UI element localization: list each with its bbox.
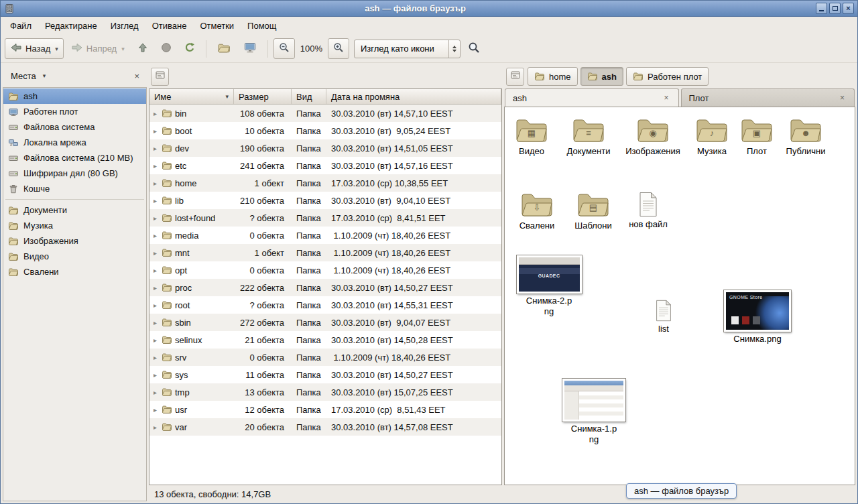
home-button[interactable] bbox=[212, 38, 236, 59]
icon-view-item[interactable]: Снимка-1.png bbox=[559, 379, 629, 444]
icon-view-item[interactable]: нов файл bbox=[620, 192, 676, 230]
view-mode-spinner[interactable] bbox=[448, 40, 460, 58]
expander-icon[interactable]: ▸ bbox=[151, 406, 159, 414]
column-header-date[interactable]: Дата на промяна bbox=[326, 89, 501, 104]
back-dropdown-icon[interactable]: ▾ bbox=[55, 46, 58, 52]
column-header-name[interactable]: Име ▾ bbox=[149, 89, 234, 104]
view-mode-select[interactable]: Изглед като икони bbox=[354, 40, 461, 58]
sidebar-close-button[interactable]: × bbox=[131, 70, 143, 82]
icon-view[interactable]: ▦ Видео ≡ Документи ◉ Изображения ♪ Музи… bbox=[504, 107, 855, 485]
file-row[interactable]: ▸ tmp 13 обекта Папка 30.03.2010 (вт) 15… bbox=[149, 383, 501, 401]
path-button[interactable]: Работен плот bbox=[626, 67, 709, 86]
zoom-in-button[interactable] bbox=[328, 38, 349, 59]
expander-icon[interactable]: ▸ bbox=[151, 145, 159, 152]
icon-view-item[interactable]: ◉ Изображения bbox=[625, 117, 681, 157]
file-row[interactable]: ▸ lost+found ? обекта Папка 17.03.2010 (… bbox=[149, 209, 501, 227]
expander-icon[interactable]: ▸ bbox=[151, 424, 159, 431]
menu-item[interactable]: Помощ bbox=[241, 18, 282, 34]
icon-view-item[interactable]: ⇩ Свалени bbox=[509, 192, 565, 231]
file-row[interactable]: ▸ selinux 21 обекта Папка 30.03.2010 (вт… bbox=[149, 331, 501, 349]
file-row[interactable]: ▸ home 1 обект Папка 17.03.2010 (ср) 10,… bbox=[149, 174, 501, 192]
expander-icon[interactable]: ▸ bbox=[151, 302, 159, 309]
reload-button[interactable] bbox=[179, 38, 200, 59]
menu-item[interactable]: Отметки bbox=[194, 18, 240, 34]
path-button[interactable]: home bbox=[528, 67, 578, 86]
icon-view-item[interactable]: ☻ Публични bbox=[778, 117, 834, 157]
tab[interactable]: Плот × bbox=[681, 88, 855, 107]
column-header-type[interactable]: Вид bbox=[292, 89, 326, 104]
expander-icon[interactable]: ▸ bbox=[151, 389, 159, 396]
maximize-button[interactable] bbox=[829, 3, 841, 14]
icon-view-item[interactable]: ▤ Шаблони bbox=[565, 192, 621, 231]
file-row[interactable]: ▸ usr 12 обекта Папка 17.03.2010 (ср) 8,… bbox=[149, 401, 501, 418]
sidebar-item[interactable]: Локална мрежа bbox=[3, 135, 146, 150]
sidebar-item[interactable]: Шифриран дял (80 GB) bbox=[3, 166, 146, 181]
titlebar[interactable]: ash — файлов браузър × bbox=[1, 1, 857, 17]
menu-item[interactable]: Файл bbox=[4, 18, 38, 34]
sidebar-item[interactable]: Музика bbox=[3, 218, 146, 233]
up-button[interactable] bbox=[132, 38, 154, 59]
file-row[interactable]: ▸ dev 190 обекта Папка 30.03.2010 (вт) 1… bbox=[149, 139, 501, 157]
expander-icon[interactable]: ▸ bbox=[151, 284, 159, 292]
minimize-button[interactable] bbox=[816, 3, 827, 14]
file-row[interactable]: ▸ proc 222 обекта Папка 30.03.2010 (вт) … bbox=[149, 279, 501, 296]
menu-item[interactable]: Изглед bbox=[105, 18, 145, 34]
sidebar-item[interactable]: Файлова система (210 MB) bbox=[3, 150, 146, 166]
file-row[interactable]: ▸ root ? обекта Папка 30.03.2010 (вт) 14… bbox=[149, 296, 501, 314]
expander-icon[interactable]: ▸ bbox=[151, 336, 159, 344]
tab-close-icon[interactable]: × bbox=[838, 93, 847, 103]
expander-icon[interactable]: ▸ bbox=[151, 110, 159, 117]
pathbar-toggle-button[interactable] bbox=[506, 68, 524, 86]
computer-button[interactable] bbox=[238, 38, 262, 59]
sidebar-item[interactable]: ash bbox=[3, 88, 146, 104]
sidebar-item[interactable]: Работен плот bbox=[3, 104, 146, 119]
file-row[interactable]: ▸ boot 10 обекта Папка 30.03.2010 (вт) 9… bbox=[149, 122, 501, 139]
expander-icon[interactable]: ▸ bbox=[151, 319, 159, 326]
expander-icon[interactable]: ▸ bbox=[151, 127, 159, 135]
expander-icon[interactable]: ▸ bbox=[151, 232, 159, 239]
expander-icon[interactable]: ▸ bbox=[151, 162, 159, 170]
icon-view-item[interactable]: ≡ Документи bbox=[560, 117, 617, 157]
close-button[interactable]: × bbox=[843, 3, 854, 14]
expander-icon[interactable]: ▸ bbox=[151, 354, 159, 361]
forward-button[interactable]: Напред ▾ bbox=[66, 38, 130, 59]
column-header-size[interactable]: Размер bbox=[234, 89, 292, 104]
icon-view-item[interactable]: ▦ Видео bbox=[504, 117, 560, 157]
sidebar-view-select[interactable]: Места ▾ bbox=[7, 68, 50, 84]
icon-view-item[interactable]: GNOME Store Снимка.png bbox=[721, 290, 794, 344]
expander-icon[interactable]: ▸ bbox=[151, 197, 159, 204]
zoom-out-button[interactable] bbox=[273, 38, 295, 59]
back-button[interactable]: Назад ▾ bbox=[5, 38, 64, 59]
expander-icon[interactable]: ▸ bbox=[151, 371, 159, 379]
icon-view-item[interactable]: GUADEC Снимка-2.png bbox=[514, 255, 584, 316]
tab[interactable]: ash × bbox=[505, 88, 679, 107]
file-row[interactable]: ▸ var 20 обекта Папка 30.03.2010 (вт) 14… bbox=[149, 418, 501, 436]
sidebar-item[interactable]: Файлова система bbox=[3, 119, 146, 135]
menu-item[interactable]: Редактиране bbox=[39, 18, 103, 34]
file-row[interactable]: ▸ mnt 1 обект Папка 1.10.2009 (чт) 18,40… bbox=[149, 244, 501, 261]
file-row[interactable]: ▸ opt 0 обекта Папка 1.10.2009 (чт) 18,4… bbox=[149, 261, 501, 279]
sidebar-item[interactable]: Видео bbox=[3, 249, 146, 264]
tab-close-icon[interactable]: × bbox=[662, 93, 670, 103]
icon-view-item[interactable]: ▣ Плот bbox=[729, 117, 785, 157]
search-button[interactable] bbox=[463, 38, 485, 59]
menu-item[interactable]: Отиване bbox=[146, 18, 193, 34]
expander-icon[interactable]: ▸ bbox=[151, 267, 159, 274]
expander-icon[interactable]: ▸ bbox=[151, 214, 159, 222]
path-button[interactable]: ash bbox=[580, 67, 623, 86]
sort-indicator-icon[interactable]: ▾ bbox=[225, 93, 229, 100]
expander-icon[interactable]: ▸ bbox=[151, 180, 159, 187]
file-row[interactable]: ▸ media 0 обекта Папка 1.10.2009 (чт) 18… bbox=[149, 227, 501, 244]
sidebar-item[interactable]: Кошче bbox=[3, 181, 146, 196]
file-row[interactable]: ▸ srv 0 обекта Папка 1.10.2009 (чт) 18,4… bbox=[149, 349, 501, 366]
location-toggle-button[interactable] bbox=[151, 68, 169, 86]
expander-icon[interactable]: ▸ bbox=[151, 249, 159, 257]
sidebar-item[interactable]: Изображения bbox=[3, 233, 146, 249]
stop-button[interactable] bbox=[156, 38, 177, 59]
file-row[interactable]: ▸ lib 210 обекта Папка 30.03.2010 (вт) 9… bbox=[149, 192, 501, 209]
sidebar-item[interactable]: Документи bbox=[3, 202, 146, 218]
file-row[interactable]: ▸ etc 241 обекта Папка 30.03.2010 (вт) 1… bbox=[149, 157, 501, 174]
file-row[interactable]: ▸ bin 108 обекта Папка 30.03.2010 (вт) 1… bbox=[149, 105, 501, 122]
icon-view-item[interactable]: list bbox=[635, 300, 692, 334]
sidebar-item[interactable]: Свалени bbox=[3, 264, 146, 279]
